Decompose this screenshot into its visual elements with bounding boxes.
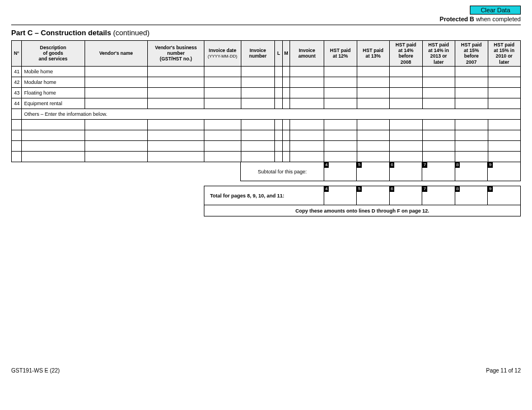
table-row[interactable] [12, 151, 521, 162]
subtotal-5[interactable]: 5 [357, 162, 390, 181]
row-desc: Mobile home [22, 66, 85, 77]
row-desc: Modular home [22, 77, 85, 87]
clear-data-button[interactable]: Clear Data [470, 6, 521, 15]
table-row[interactable] [12, 119, 521, 130]
col-hst12: HST paidat 12% [324, 41, 357, 67]
page-number: Page 11 of 12 [486, 367, 521, 374]
total-9[interactable]: 9 [488, 186, 521, 205]
subtotal-4[interactable]: 4 [324, 162, 357, 181]
construction-table: N° Descriptionof goodsand services Vendo… [11, 40, 521, 162]
table-row[interactable]: 42Modular home [12, 77, 521, 87]
col-hst14-before: HST paidat 14%before2008 [390, 41, 423, 67]
row-num: 41 [12, 66, 22, 77]
subtotal-6[interactable]: 6 [389, 162, 422, 181]
table-row[interactable] [12, 140, 521, 151]
row-num: 44 [12, 98, 22, 109]
col-l: L [275, 41, 283, 67]
totals-section: Total for pages 8, 9, 10, and 11: 4 5 6 … [11, 186, 521, 216]
subtotal-row: Subtotal for this page: 4 5 6 7 8 9 [11, 162, 521, 182]
col-hst13: HST paidat 13% [357, 41, 390, 67]
row-desc: Floating home [22, 87, 85, 98]
table-header-row: N° Descriptionof goodsand services Vendo… [12, 41, 521, 67]
total-7[interactable]: 7 [422, 186, 455, 205]
col-m: M [282, 41, 290, 67]
subtotal-label: Subtotal for this page: [241, 162, 324, 181]
row-num: 42 [12, 77, 22, 87]
protected-label: Protected B when completed [11, 16, 521, 22]
total-5[interactable]: 5 [357, 186, 390, 205]
total-4[interactable]: 4 [324, 186, 357, 205]
form-id: GST191-WS E (22) [11, 367, 60, 374]
col-vbn: Vendor's businessnumber(GST/HST no.) [148, 41, 204, 67]
col-hst14-later: HST paidat 14% in2013 orlater [422, 41, 455, 67]
copy-instruction: Copy these amounts onto lines D through … [204, 205, 520, 216]
total-8[interactable]: 8 [455, 186, 488, 205]
col-n: N° [12, 41, 22, 67]
table-row[interactable] [12, 130, 521, 140]
row-desc: Equipment rental [22, 98, 85, 109]
col-desc: Descriptionof goodsand services [22, 41, 85, 67]
table-row[interactable]: 43Floating home [12, 87, 521, 98]
others-label: Others – Enter the information below. [22, 109, 521, 119]
table-row[interactable]: 41Mobile home [12, 66, 521, 77]
total-6[interactable]: 6 [389, 186, 422, 205]
col-amt: Invoiceamount [290, 41, 324, 67]
totals-label: Total for pages 8, 9, 10, and 11: [204, 186, 324, 205]
subtotal-9[interactable]: 9 [488, 162, 521, 181]
subtotal-8[interactable]: 8 [455, 162, 488, 181]
part-title: Part C – Construction details (continued… [11, 29, 521, 37]
col-inv: Invoicenumber [241, 41, 275, 67]
subtotal-7[interactable]: 7 [422, 162, 455, 181]
col-vendor: Vendor's name [85, 41, 148, 67]
others-row: Others – Enter the information below. [12, 109, 521, 119]
col-hst15-before: HST paidat 15%before2007 [455, 41, 488, 67]
table-row[interactable]: 44Equipment rental [12, 98, 521, 109]
row-num: 43 [12, 87, 22, 98]
col-date: Invoice date(YYYY-MM-DD) [204, 41, 241, 67]
col-hst15-later: HST paidat 15% in2010 orlater [488, 41, 521, 67]
